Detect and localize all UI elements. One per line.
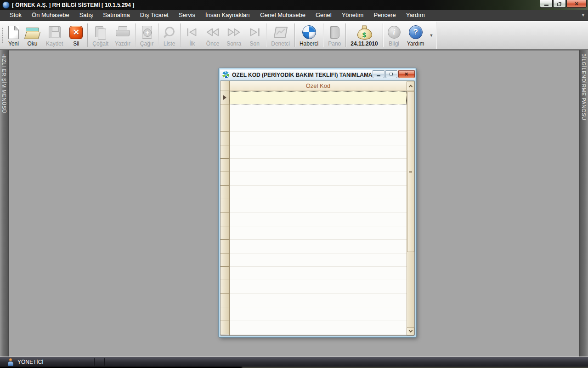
grid-row[interactable] [230, 226, 407, 240]
toolbar-button-once[interactable]: Önce [202, 22, 223, 49]
menu-item-pencere[interactable]: Pencere [368, 10, 401, 20]
row-selector-cell[interactable] [220, 280, 229, 293]
current-row-arrow-icon [223, 95, 226, 100]
grid-row[interactable] [230, 280, 407, 293]
child-close-button[interactable]: ✕ [398, 70, 415, 78]
grid-row[interactable] [230, 321, 407, 334]
grid-row-selected[interactable] [230, 91, 407, 104]
grid-row[interactable] [230, 186, 407, 199]
menu-item-yonetim[interactable]: Yönetim [337, 10, 369, 20]
menu-item-genel-muhasebe[interactable]: Genel Muhasebe [255, 10, 311, 20]
row-selector-cell[interactable] [220, 267, 229, 280]
new-document-icon [8, 26, 19, 39]
grid-row[interactable] [230, 307, 407, 321]
toolbar-button-cagir[interactable]: Çağır [137, 22, 157, 49]
open-folder-icon [25, 28, 40, 39]
toolbar-button-cogalt[interactable]: Çoğalt [89, 22, 112, 49]
grid-row[interactable] [230, 253, 407, 267]
scrollbar-thumb[interactable] [407, 91, 414, 252]
menu-item-genel[interactable]: Genel [311, 10, 337, 20]
row-selector-cell[interactable] [220, 307, 229, 321]
restore-button[interactable] [553, 0, 566, 8]
close-button[interactable]: ✕ [566, 0, 587, 8]
child-restore-button[interactable] [385, 70, 397, 78]
child-title-bar[interactable]: ÖZEL KOD (PERİYODİK BAKIM TEKLİFİ) TANIM… [220, 69, 415, 80]
grid-row[interactable] [230, 145, 407, 159]
row-selector-cell[interactable] [220, 226, 229, 240]
toolbar-button-ilk[interactable]: İlk [182, 22, 202, 49]
menu-item-satis[interactable]: Satış [74, 10, 98, 20]
row-selector-cell[interactable] [220, 213, 229, 226]
restore-icon [557, 3, 561, 6]
row-selector-cell[interactable] [220, 186, 229, 199]
toolbar-button-pano[interactable]: Pano [325, 22, 344, 49]
row-selector-cell[interactable] [220, 199, 229, 213]
minimize-button[interactable] [540, 0, 553, 8]
quick-access-panel-tab[interactable]: HIZLI ERİŞİM MENÜSÜ [0, 50, 9, 356]
toolbar-button-yeni[interactable]: Yeni [5, 22, 22, 49]
ozel-kod-grid: Özel Kod [220, 80, 415, 336]
menu-item-satinalma[interactable]: Satınalma [98, 10, 135, 20]
menu-item-on-muhasebe[interactable]: Ön Muhasebe [27, 10, 74, 20]
app-icon [3, 2, 9, 8]
grid-row[interactable] [230, 159, 407, 172]
menu-overflow-arrow-icon[interactable]: ▼ [581, 13, 585, 17]
grid-body [220, 91, 414, 335]
grid-row-selector-column [220, 91, 230, 335]
child-minimize-button[interactable] [373, 70, 384, 78]
mdi-area: ÖZEL KOD (PERİYODİK BAKIM TEKLİFİ) TANIM… [9, 50, 579, 356]
toolbar-button-sil[interactable]: Sil [66, 22, 86, 49]
toolbar-button-kaydet[interactable]: Kaydet [43, 22, 66, 49]
toolbar-button-denetci[interactable]: Denetci [268, 22, 293, 49]
scrollbar-up-button[interactable] [407, 81, 414, 91]
toolbar-button-yardim[interactable]: Yardım [404, 22, 428, 49]
toolbar-button-oku[interactable]: Oku [22, 22, 43, 49]
chevron-up-icon [408, 85, 412, 88]
row-selector-cell[interactable] [220, 240, 229, 253]
row-selector-cell[interactable] [220, 321, 229, 334]
menu-item-insan-kaynaklari[interactable]: İnsan Kaynakları [200, 10, 255, 20]
menu-item-dis-ticaret[interactable]: Dış Ticaret [135, 10, 174, 20]
grid-row[interactable] [230, 172, 407, 185]
grid-row[interactable] [230, 294, 407, 307]
toolbar-button-liste[interactable]: Liste [160, 22, 179, 49]
menu-item-yardim[interactable]: Yardım [401, 10, 430, 20]
grid-row[interactable] [230, 132, 407, 145]
toolbar-button-date[interactable]: 24.11.2010 [347, 22, 381, 49]
toolbar-button-yazdir[interactable]: Yazdır [112, 22, 134, 49]
delete-icon [69, 26, 83, 39]
row-selector-cell[interactable] [220, 132, 229, 145]
logged-in-user: YÖNETİCİ [17, 359, 44, 365]
row-selector-cell[interactable] [220, 104, 229, 118]
row-selector-cell[interactable] [220, 172, 229, 185]
grid-row[interactable] [230, 118, 407, 132]
grid-row[interactable] [230, 267, 407, 280]
toolbar-separator [135, 23, 136, 47]
toolbar-grip[interactable] [1, 27, 4, 44]
row-selector-cell[interactable] [220, 118, 229, 132]
child-minimize-icon [377, 75, 380, 76]
grid-row[interactable] [230, 213, 407, 226]
first-record-icon [185, 27, 199, 38]
grid-row[interactable] [230, 199, 407, 213]
toolbar-button-haberci[interactable]: Haberci [296, 22, 322, 49]
column-header-ozel-kod[interactable]: Özel Kod [230, 81, 407, 91]
grid-row[interactable] [230, 240, 407, 253]
row-selector-cell[interactable] [220, 159, 229, 172]
toolbar-button-bilgi[interactable]: Bilgi [384, 22, 404, 49]
grid-corner-cell[interactable] [220, 81, 230, 91]
row-selector-cell[interactable] [220, 253, 229, 267]
current-row-indicator-cell[interactable] [220, 91, 229, 104]
toolbar-button-son[interactable]: Son [244, 22, 265, 49]
toolbar-overflow-arrow-icon[interactable]: ▼ [428, 33, 435, 38]
menu-item-stok[interactable]: Stok [5, 10, 27, 20]
child-close-icon: ✕ [404, 72, 408, 77]
toolbar-button-sonra[interactable]: Sonra [223, 22, 244, 49]
info-board-panel-tab[interactable]: BİLGİLENDİRME PANOSU [579, 50, 588, 356]
vertical-scrollbar[interactable] [407, 91, 414, 335]
row-selector-cell[interactable] [220, 294, 229, 307]
menu-item-servis[interactable]: Servis [174, 10, 200, 20]
scrollbar-down-button[interactable] [407, 327, 414, 335]
row-selector-cell[interactable] [220, 145, 229, 159]
grid-row[interactable] [230, 104, 407, 118]
